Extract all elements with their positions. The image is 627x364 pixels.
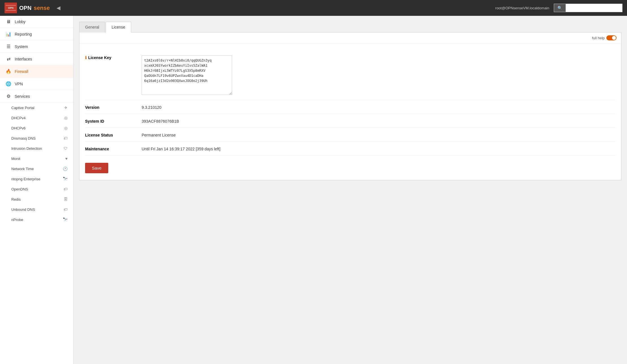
info-icon: ℹ bbox=[85, 55, 87, 60]
sidebar-item-reporting[interactable]: 📊 Reporting bbox=[0, 28, 73, 40]
version-value: 9.3.210120 bbox=[142, 104, 615, 110]
license-status-row: License Status Permanent License bbox=[85, 128, 615, 142]
tab-general[interactable]: General bbox=[79, 22, 105, 32]
tab-bar: General License bbox=[79, 21, 621, 32]
search-button[interactable]: 🔍 bbox=[554, 4, 566, 12]
sidebar-item-dhcpv6[interactable]: DHCPv6 ◎ bbox=[0, 123, 73, 133]
brand: OPN OPNsense bbox=[5, 3, 50, 13]
unbound-dns-label: Unbound DNS bbox=[11, 207, 35, 212]
sidebar-label-reporting: Reporting bbox=[15, 32, 32, 36]
sidebar-label-interfaces: Interfaces bbox=[15, 57, 32, 61]
license-status-value: Permanent License bbox=[142, 132, 615, 137]
sidebar-item-dhcpv4[interactable]: DHCPv4 ◎ bbox=[0, 113, 73, 123]
save-container: Save bbox=[85, 155, 615, 173]
system-icon: ☰ bbox=[6, 44, 11, 49]
opnsense-logo: OPN bbox=[5, 3, 17, 13]
main-layout: 🖥 Lobby 📊 Reporting ☰ System ⇄ Interface… bbox=[0, 16, 627, 364]
version-label: Version bbox=[85, 105, 100, 110]
card-header: full help bbox=[79, 32, 621, 44]
sidebar-item-vpn[interactable]: 🌐 VPN bbox=[0, 78, 73, 90]
sidebar-item-services[interactable]: ⚙ Services bbox=[0, 90, 73, 103]
save-button[interactable]: Save bbox=[85, 163, 108, 173]
nprobe-label: nProbe bbox=[11, 218, 23, 222]
interfaces-icon: ⇄ bbox=[6, 56, 11, 62]
navbar: OPN OPNsense ◀ root@OPNsenseVM.localdoma… bbox=[0, 0, 627, 16]
sidebar-item-dnsmasq-dns[interactable]: Dnsmasq DNS 🏷 bbox=[0, 133, 73, 143]
system-id-label: System ID bbox=[85, 119, 104, 123]
sidebar-label-firewall: Firewall bbox=[15, 69, 28, 74]
license-key-label: License Key bbox=[88, 55, 111, 60]
network-time-label: Network Time bbox=[11, 167, 34, 171]
dhcpv6-label: DHCPv6 bbox=[11, 126, 26, 130]
dnsmasq-label: Dnsmasq DNS bbox=[11, 136, 36, 140]
nav-user: root@OPNsenseVM.localdomain bbox=[495, 6, 549, 10]
nprobe-icon: 🔭 bbox=[63, 217, 68, 222]
tag-icon: 🏷 bbox=[64, 136, 68, 140]
sidebar-item-captive-portal[interactable]: Captive Portal ✈ bbox=[0, 103, 73, 113]
sidebar-label-lobby: Lobby bbox=[15, 20, 25, 24]
intrusion-detection-label: Intrusion Detection bbox=[11, 146, 42, 151]
sidebar-label-services: Services bbox=[15, 94, 30, 99]
search-input[interactable] bbox=[566, 4, 622, 12]
sidebar-item-intrusion-detection[interactable]: Intrusion Detection 🛡 bbox=[0, 143, 73, 153]
maintenance-label-container: Maintenance bbox=[85, 146, 136, 151]
heart-icon: ♥ bbox=[65, 156, 68, 161]
opendns-icon: 🏷 bbox=[64, 187, 68, 191]
sidebar-item-lobby[interactable]: 🖥 Lobby bbox=[0, 16, 73, 28]
dhcpv6-icon: ◎ bbox=[64, 126, 68, 130]
tab-license[interactable]: License bbox=[106, 22, 131, 32]
sidebar-item-unbound-dns[interactable]: Unbound DNS 🏷 bbox=[0, 204, 73, 214]
logo-sense: sense bbox=[34, 5, 50, 11]
vpn-icon: 🌐 bbox=[6, 81, 11, 86]
send-icon: ✈ bbox=[64, 105, 68, 110]
binoculars-icon: 🔭 bbox=[63, 177, 68, 181]
ntopng-label: ntopng Enterprise bbox=[11, 177, 40, 181]
system-id-row: System ID 393ACF8876076B1B bbox=[85, 114, 615, 128]
opendns-label: OpenDNS bbox=[11, 187, 28, 191]
maintenance-value: Until Fri Jan 14 16:39:17 2022 [359 days… bbox=[142, 146, 615, 151]
captive-portal-label: Captive Portal bbox=[11, 106, 34, 110]
search-container: 🔍 bbox=[554, 4, 622, 12]
monit-label: Monit bbox=[11, 157, 20, 161]
sidebar-item-monit[interactable]: Monit ♥ bbox=[0, 153, 73, 164]
license-key-textarea[interactable] bbox=[142, 55, 232, 95]
clock-icon: 🕐 bbox=[63, 166, 68, 171]
license-status-label: License Status bbox=[85, 133, 113, 137]
dhcpv4-label: DHCPv4 bbox=[11, 116, 26, 120]
full-help-label: full help bbox=[592, 36, 605, 40]
sidebar-item-nprobe[interactable]: nProbe 🔭 bbox=[0, 214, 73, 225]
sidebar-item-system[interactable]: ☰ System bbox=[0, 40, 73, 53]
dhcpv4-icon: ◎ bbox=[64, 116, 68, 120]
sidebar-item-redis[interactable]: Redis 🗄 bbox=[0, 194, 73, 204]
reporting-icon: 📊 bbox=[6, 31, 11, 37]
sidebar-item-opendns[interactable]: OpenDNS 🏷 bbox=[0, 184, 73, 194]
sidebar-item-firewall[interactable]: 🔥 Firewall bbox=[0, 65, 73, 78]
maintenance-row: Maintenance Until Fri Jan 14 16:39:17 20… bbox=[85, 142, 615, 155]
license-key-label-container: ℹ License Key bbox=[85, 54, 136, 60]
sidebar-label-vpn: VPN bbox=[15, 82, 23, 86]
database-icon: 🗄 bbox=[64, 197, 68, 201]
unbound-icon: 🏷 bbox=[64, 207, 68, 212]
services-icon: ⚙ bbox=[6, 94, 11, 99]
firewall-icon: 🔥 bbox=[6, 69, 11, 74]
full-help-toggle[interactable] bbox=[606, 35, 617, 40]
license-key-row: ℹ License Key bbox=[85, 50, 615, 100]
full-help-container: full help bbox=[592, 35, 617, 40]
sidebar-item-interfaces[interactable]: ⇄ Interfaces bbox=[0, 53, 73, 65]
maintenance-label: Maintenance bbox=[85, 147, 109, 151]
sidebar-toggle[interactable]: ◀ bbox=[54, 4, 63, 12]
license-key-value bbox=[142, 54, 615, 96]
version-label-container: Version bbox=[85, 104, 136, 110]
redis-label: Redis bbox=[11, 197, 21, 201]
system-id-label-container: System ID bbox=[85, 118, 136, 123]
version-row: Version 9.3.210120 bbox=[85, 100, 615, 114]
license-card: full help ℹ License Key bbox=[79, 32, 621, 180]
logo-opn: OPN bbox=[19, 5, 31, 11]
sidebar-item-network-time[interactable]: Network Time 🕐 bbox=[0, 164, 73, 174]
shield-icon: 🛡 bbox=[64, 146, 68, 151]
license-status-label-container: License Status bbox=[85, 132, 136, 137]
sidebar-item-ntopng[interactable]: ntopng Enterprise 🔭 bbox=[0, 174, 73, 184]
card-body: ℹ License Key Version 9.3.210120 bbox=[79, 44, 621, 180]
sidebar: 🖥 Lobby 📊 Reporting ☰ System ⇄ Interface… bbox=[0, 16, 73, 364]
content-area: General License full help ℹ License Key bbox=[73, 16, 627, 364]
